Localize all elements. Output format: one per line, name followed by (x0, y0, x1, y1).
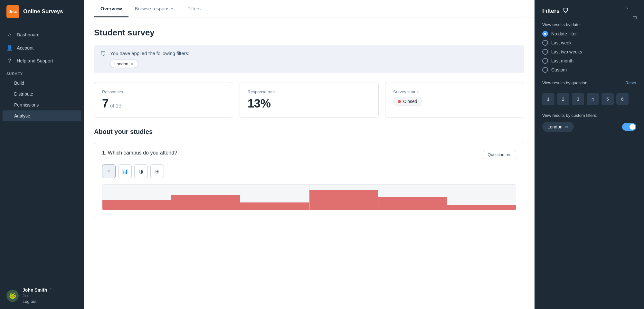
date-radio-group: No date filter Last week Last two weeks … (542, 31, 636, 73)
distribute-label: Distribute (14, 91, 33, 97)
chart-toggle-pie[interactable]: ◑ (134, 164, 148, 178)
radio-last-month[interactable]: Last month (542, 58, 636, 64)
filter-panel-title: Filters (542, 8, 560, 14)
filter-notice-text: You have applied the following filters: (110, 51, 189, 56)
filter-tag-london[interactable]: London ✕ (110, 60, 138, 68)
question-filter-header: View results by question: Reset (542, 80, 636, 85)
custom-filter-toggle[interactable] (622, 123, 636, 131)
status-value: Closed (403, 99, 417, 104)
responses-value: 7 of 13 (102, 97, 225, 110)
panel-chevron-right[interactable]: › (626, 5, 628, 11)
pie-chart-icon: ◑ (139, 168, 143, 174)
radio-no-date[interactable]: No date filter (542, 31, 636, 37)
chart-toggle-grid[interactable]: ⊞ (150, 164, 164, 178)
london-filter-button[interactable]: London ✏ (542, 122, 574, 132)
q-num-btn-3[interactable]: 3 (572, 93, 584, 105)
grid-icon: ⊞ (155, 168, 159, 174)
stat-card-rate: Response rate 13% (240, 82, 379, 118)
home-icon: ⌂ (6, 32, 13, 38)
main-content: Overview Browse responses Filters Studen… (84, 0, 535, 309)
bar-col-6 (447, 185, 516, 210)
sidebar: Jisc Online Surveys ⌂ Dashboard 👤 Accoun… (0, 0, 84, 309)
q-num-btn-5[interactable]: 5 (601, 93, 614, 105)
responses-label: Responses (102, 89, 225, 94)
tabs-bar: Overview Browse responses Filters (84, 0, 535, 17)
filter-panel-funnel-icon: ⛉ (563, 8, 569, 14)
bar-fill-3 (240, 202, 309, 210)
radio-label-last-week: Last week (551, 40, 572, 45)
radio-label-last-month: Last month (551, 58, 573, 63)
chart-toggle-bar[interactable]: 📊 (118, 164, 132, 178)
question-numbers: 1 2 3 4 5 6 (542, 93, 636, 105)
avatar: 🐸 (6, 290, 19, 302)
q-num-btn-2[interactable]: 2 (557, 93, 569, 105)
bar-col-5 (378, 185, 447, 210)
filter-tags: London ✕ (110, 56, 189, 68)
radio-circle-last-month (542, 58, 548, 64)
tab-browse-responses[interactable]: Browse responses (128, 0, 181, 17)
bar-fill-5 (378, 197, 447, 210)
stat-card-status: Survey status Closed (385, 82, 524, 118)
status-label: Survey status (393, 89, 516, 94)
radio-label-last-two-weeks: Last two weeks (551, 49, 582, 54)
date-filter-label: View results by date: (542, 22, 636, 27)
analyse-label: Analyse (14, 113, 30, 118)
user-org: Jisc (23, 294, 29, 298)
jisc-logo: Jisc (6, 5, 19, 18)
radio-label-no-date: No date filter (551, 31, 577, 36)
user-expand-icon[interactable]: ⌃ (49, 287, 53, 293)
q-num-btn-1[interactable]: 1 (542, 93, 554, 105)
custom-filter-row: London ✏ (542, 122, 636, 132)
sidebar-item-help[interactable]: ? Help and Support (0, 54, 84, 67)
content-area: Student survey ⛉ You have applied the fo… (84, 17, 535, 309)
sidebar-item-account-label: Account (17, 45, 33, 51)
radio-circle-custom (542, 67, 548, 73)
status-dot (398, 100, 401, 103)
page-title: Student survey (94, 28, 524, 38)
sidebar-header: Jisc Online Surveys (0, 0, 84, 23)
panel-filter-icon[interactable]: ⛉ (632, 16, 638, 22)
chart-toggle-table[interactable]: ≡ (102, 164, 116, 178)
bar-col-3 (240, 185, 309, 210)
sidebar-item-help-label: Help and Support (17, 58, 53, 63)
bar-fill-6 (447, 205, 516, 210)
q-num-btn-6[interactable]: 6 (616, 93, 629, 105)
sidebar-item-dashboard[interactable]: ⌂ Dashboard (0, 28, 84, 41)
radio-last-week[interactable]: Last week (542, 40, 636, 46)
tab-overview[interactable]: Overview (94, 0, 128, 17)
q-num-btn-4[interactable]: 4 (587, 93, 599, 105)
custom-filters-label: View results by custom filters: (542, 113, 636, 118)
filter-panel: Filters ⛉ › ⛉ View results by date: No d… (535, 0, 644, 309)
sidebar-item-distribute[interactable]: Distribute (0, 89, 84, 99)
tab-filters[interactable]: Filters (181, 0, 207, 17)
sidebar-item-analyse[interactable]: Analyse (3, 110, 81, 121)
bar-chart-area (102, 184, 516, 210)
bar-col-2 (171, 185, 240, 210)
bar-fill-2 (171, 195, 240, 210)
question-filter-label: View results by question: (542, 80, 589, 85)
sidebar-item-account[interactable]: 👤 Account (0, 41, 84, 54)
radio-last-two-weeks[interactable]: Last two weeks (542, 49, 636, 55)
stats-row: Responses 7 of 13 Response rate 13% Surv… (94, 82, 524, 118)
question-header: 1. Which campus do you attend? Question … (102, 150, 516, 159)
radio-custom[interactable]: Custom (542, 67, 636, 73)
london-filter-label: London (547, 124, 563, 129)
rate-value: 13% (248, 97, 371, 110)
logout-link[interactable]: Log out (23, 299, 77, 304)
survey-section-label: SURVEY (0, 67, 84, 78)
sidebar-item-build[interactable]: Build (0, 78, 84, 89)
section-heading: About your studies (94, 128, 524, 136)
question-reset-button[interactable]: Question res (483, 150, 516, 159)
help-icon: ? (6, 58, 13, 64)
reset-link[interactable]: Reset (625, 80, 636, 85)
filter-tag-remove-icon[interactable]: ✕ (130, 61, 134, 66)
bar-fill-1 (102, 200, 171, 210)
account-icon: 👤 (6, 45, 13, 51)
stat-card-responses: Responses 7 of 13 (94, 82, 233, 118)
sidebar-item-permissions[interactable]: Permissions (0, 99, 84, 110)
sidebar-footer: 🐸 John Smith ⌃ Jisc Log out (0, 282, 84, 309)
sidebar-nav: ⌂ Dashboard 👤 Account ? Help and Support… (0, 23, 84, 282)
filter-panel-header: Filters ⛉ (542, 8, 636, 14)
question-card-1: 1. Which campus do you attend? Question … (94, 142, 524, 218)
build-label: Build (14, 80, 24, 86)
